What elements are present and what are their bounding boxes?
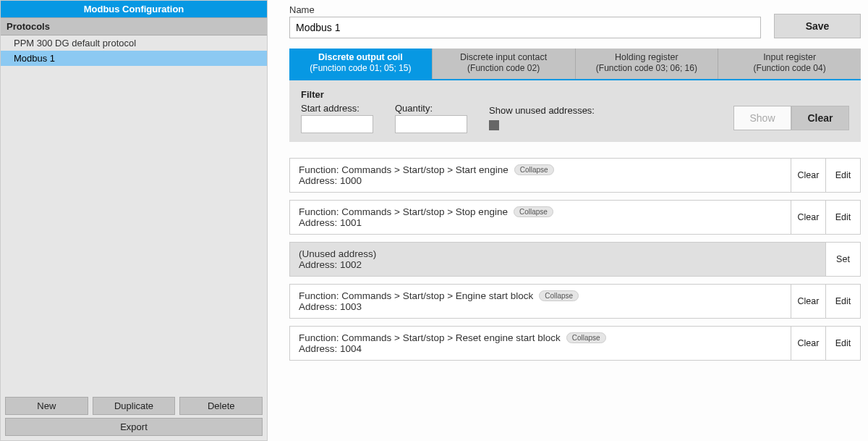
collapse-button[interactable]: Collapse <box>514 164 554 175</box>
tab-sub: (Function code 01; 05; 15) <box>294 63 427 75</box>
export-button[interactable]: Export <box>5 418 263 436</box>
tab-title: Holding register <box>615 52 678 62</box>
sidebar: Modbus Configuration Protocols PPM 300 D… <box>0 0 268 441</box>
start-address-input[interactable] <box>301 115 373 133</box>
quantity-input[interactable] <box>395 115 467 133</box>
row-edit-button[interactable]: Edit <box>825 159 860 192</box>
filter-show-unused: Show unused addresses: <box>489 105 595 130</box>
row-edit-button[interactable]: Edit <box>825 327 860 360</box>
row-address: Address: 1000 <box>299 175 782 186</box>
row-function: Function: Commands > Start/stop > Reset … <box>299 332 561 343</box>
filter-bar: Filter Start address: Quantity: Show unu… <box>289 80 861 142</box>
collapse-button[interactable]: Collapse <box>514 206 553 217</box>
filter-show-button[interactable]: Show <box>733 106 791 130</box>
save-button[interactable]: Save <box>774 14 861 38</box>
name-label: Name <box>289 4 761 15</box>
sidebar-title: Modbus Configuration <box>1 1 267 17</box>
delete-button[interactable]: Delete <box>179 397 263 415</box>
sidebar-list: PPM 300 DG default protocol Modbus 1 <box>1 35 267 392</box>
address-row-unused: (Unused address) Address: 1002 Set <box>289 242 861 277</box>
row-address: Address: 1003 <box>299 301 782 312</box>
tab-sub: (Function code 03; 06; 16) <box>580 63 714 75</box>
show-unused-label: Show unused addresses: <box>489 105 595 116</box>
duplicate-button[interactable]: Duplicate <box>93 397 176 415</box>
row-clear-button[interactable]: Clear <box>791 159 825 192</box>
row-clear-button[interactable]: Clear <box>791 327 825 360</box>
tab-title: Input register <box>763 52 816 62</box>
row-function: Function: Commands > Start/stop > Stop e… <box>299 206 508 217</box>
sidebar-buttons: New Duplicate Delete Export <box>1 392 267 440</box>
tab-discrete-input-contact[interactable]: Discrete input contact (Function code 02… <box>433 49 576 79</box>
row-edit-button[interactable]: Edit <box>825 201 860 234</box>
new-button[interactable]: New <box>5 397 88 415</box>
tab-title: Discrete output coil <box>318 52 403 62</box>
tab-discrete-output-coil[interactable]: Discrete output coil (Function code 01; … <box>289 49 433 79</box>
sidebar-section-header: Protocols <box>1 17 267 35</box>
tab-holding-register[interactable]: Holding register (Function code 03; 06; … <box>576 49 719 79</box>
show-unused-checkbox[interactable] <box>489 120 499 130</box>
address-row: Function: Commands > Start/stop > Engine… <box>289 284 861 319</box>
tab-input-register[interactable]: Input register (Function code 04) <box>718 49 861 79</box>
row-function: Function: Commands > Start/stop > Start … <box>299 164 509 175</box>
filter-title: Filter <box>301 89 849 100</box>
quantity-label: Quantity: <box>395 103 467 114</box>
address-rows: Function: Commands > Start/stop > Start … <box>289 158 861 361</box>
address-row: Function: Commands > Start/stop > Reset … <box>289 326 861 361</box>
sidebar-item-ppm300[interactable]: PPM 300 DG default protocol <box>1 35 267 51</box>
main: Name Save Discrete output coil (Function… <box>268 0 868 441</box>
row-function: (Unused address) <box>299 248 817 259</box>
tab-title: Discrete input contact <box>460 52 547 62</box>
tab-sub: (Function code 04) <box>723 63 856 75</box>
tab-sub: (Function code 02) <box>437 63 571 75</box>
filter-start-address: Start address: <box>301 103 373 133</box>
row-edit-button[interactable]: Edit <box>825 285 860 318</box>
tabs: Discrete output coil (Function code 01; … <box>289 49 861 80</box>
row-address: Address: 1004 <box>299 343 782 354</box>
address-row: Function: Commands > Start/stop > Stop e… <box>289 200 861 235</box>
filter-quantity: Quantity: <box>395 103 467 133</box>
row-function: Function: Commands > Start/stop > Engine… <box>299 290 533 301</box>
row-clear-button[interactable]: Clear <box>791 285 825 318</box>
address-row: Function: Commands > Start/stop > Start … <box>289 158 861 193</box>
row-address: Address: 1001 <box>299 217 782 228</box>
start-address-label: Start address: <box>301 103 373 114</box>
collapse-button[interactable]: Collapse <box>539 290 579 301</box>
row-set-button[interactable]: Set <box>825 243 860 276</box>
filter-clear-button[interactable]: Clear <box>791 106 849 130</box>
name-row: Name Save <box>289 4 861 38</box>
sidebar-item-modbus1[interactable]: Modbus 1 <box>1 51 267 66</box>
collapse-button[interactable]: Collapse <box>566 332 606 343</box>
row-clear-button[interactable]: Clear <box>791 201 825 234</box>
name-input[interactable] <box>289 17 761 38</box>
row-address: Address: 1002 <box>299 259 817 270</box>
